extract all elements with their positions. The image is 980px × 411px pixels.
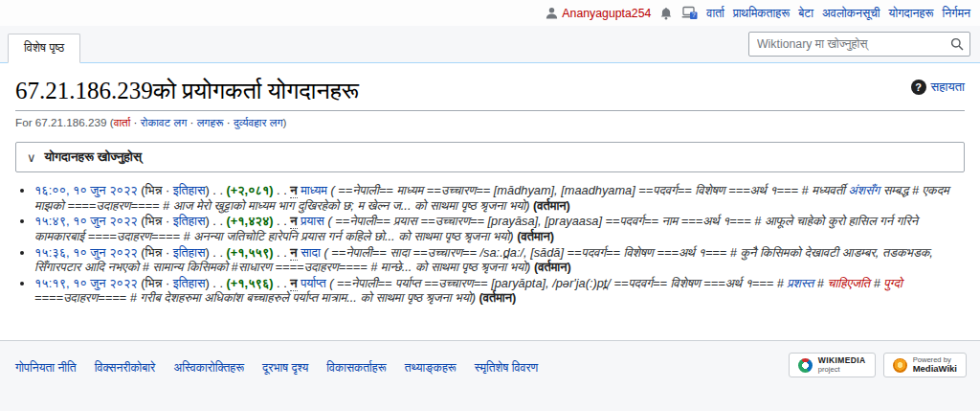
user-menu[interactable]: Ananyagupta254 (546, 7, 651, 20)
personal-link-preferences[interactable]: प्राथमिकताहरू (733, 7, 790, 20)
subtitle-links: (वार्ता · रोकावट लग · लगहरू · दुर्व्यवहा… (110, 116, 287, 128)
separator-dot: · (224, 116, 234, 128)
footer-link-item: स्मृतिशेष विवरण (475, 361, 538, 375)
edit-summary: ( ==नेपाली== प्रयास ==उच्चारण== [prayāsa… (34, 214, 918, 243)
chevron-down-icon: ∨ (27, 151, 36, 164)
username-link[interactable]: Ananyagupta254 (562, 7, 651, 20)
timestamp-link[interactable]: १५:३६, १० जुन २०२२ (34, 245, 138, 260)
summary-text: ====उदाहरण==== # गरीब देशहरुमा अधिकांश ब… (34, 290, 476, 305)
help-label[interactable]: सहायता (931, 80, 965, 95)
page-link[interactable]: माध्यम (301, 183, 327, 197)
tab-bar: विशेष पृष्ठ (0, 26, 980, 63)
footer-link-item: विक्सनरीकोबारे (95, 361, 156, 375)
footer-link[interactable]: तथ्याङ्कहरू (405, 361, 457, 375)
byte-change: (+१,५५९) (227, 245, 274, 260)
byte-change: (+२,०८१) (227, 183, 274, 197)
footer-link-item: दूरभाष दृश्य (262, 361, 308, 375)
subtitle-link[interactable]: रोकावट लग (141, 116, 188, 128)
footer-link-item: तथ्याङ्कहरू (405, 361, 457, 375)
subtitle-prefix: For 67.21.186.239 (15, 116, 107, 128)
bell-icon[interactable] (659, 7, 673, 20)
footer-link-item: विकासकर्ताहरू (326, 361, 386, 375)
page-link[interactable]: पर्याप्त (301, 276, 326, 290)
footer-link[interactable]: विक्सनरीकोबारे (95, 361, 156, 375)
footer-badges: WIKIMEDIA project Powered by MediaWiki (789, 353, 967, 377)
footer-link[interactable]: गोपनियता नीति (15, 361, 77, 375)
footer-links: गोपनियता नीतिविक्सनरीकोबारेअस्विकारोक्ति… (15, 361, 538, 375)
subtitle-link[interactable]: लगहरू (197, 116, 224, 128)
new-page-flag: न (290, 183, 297, 198)
summary-link-blue[interactable]: अंशसँग (849, 183, 880, 197)
contributions-list: १६:००, १० जुन २०२२ (भिन्न · इतिहास) . . … (21, 183, 965, 306)
current-label: (वर्तमान) (534, 260, 571, 274)
current-label: (वर्तमान) (533, 198, 570, 213)
summary-link-blue[interactable]: प्रशस्त (787, 276, 813, 290)
page-link[interactable]: प्रयास (301, 214, 324, 228)
history-link[interactable]: इतिहास (173, 183, 206, 197)
subtitle: For 67.21.186.239 (वार्ता · रोकावट लग · … (15, 116, 965, 129)
timestamp-link[interactable]: १५:१९, १० जुन २०२२ (34, 276, 138, 290)
summary-link-red[interactable]: चाहिएजति (828, 276, 871, 290)
subtitle-link[interactable]: दुर्व्यवहार लग (234, 116, 283, 128)
footer-link[interactable]: स्मृतिशेष विवरण (475, 361, 538, 375)
help-link[interactable]: ? सहायता (911, 80, 965, 95)
footer-link-item: गोपनियता नीति (15, 361, 77, 375)
personal-link-logout[interactable]: निर्गमन (942, 7, 970, 20)
question-mark-icon: ? (911, 80, 926, 95)
separator-dot: · (130, 116, 140, 128)
page-link[interactable]: सादा (301, 245, 321, 260)
footer-link[interactable]: अस्विकारोक्तिहरू (173, 361, 244, 375)
search-icon[interactable] (950, 37, 964, 51)
summary-link-red[interactable]: पुग्दो (883, 276, 902, 290)
new-page-flag: न (290, 245, 297, 261)
tab-label: विशेष पृष्ठ (24, 41, 64, 55)
diff-label: भिन्न (145, 245, 162, 260)
summary-text: # (870, 276, 883, 290)
history-link[interactable]: इतिहास (173, 214, 206, 228)
summary-text: ( ==नेपाली== प्रयास ==उच्चारण== [prayāsa… (34, 214, 918, 243)
filter-box-label: योगदानहरू खोज्नुहोस् (45, 149, 142, 165)
personal-link-watchlist[interactable]: अवलोकनसूची (822, 7, 880, 20)
diff-label: भिन्न (145, 214, 162, 228)
mediawiki-badge-line2: MediaWiki (913, 364, 957, 374)
tab-special-page[interactable]: विशेष पृष्ठ (8, 34, 80, 63)
diff-label: भिन्न (145, 276, 162, 290)
personal-link-contributions[interactable]: योगदानहरू (889, 7, 934, 20)
byte-change: (+१,५९६) (227, 276, 274, 290)
search-input[interactable] (755, 36, 950, 52)
page-title: 67.21.186.239को प्रयोगकर्ता योगदानहरू (15, 76, 965, 111)
footer: गोपनियता नीतिविक्सनरीकोबारेअस्विकारोक्ति… (0, 340, 980, 411)
mediawiki-badge[interactable]: Powered by MediaWiki (883, 353, 967, 377)
personal-link-beta[interactable]: बेटा (798, 7, 813, 20)
footer-link-item: अस्विकारोक्तिहरू (173, 361, 244, 375)
contribution-row: १६:००, १० जुन २०२२ (भिन्न · इतिहास) . . … (34, 183, 965, 213)
mediawiki-logo-icon (893, 358, 907, 373)
wikimedia-badge-line2: project (818, 366, 866, 374)
byte-change: (+१,४२४) (227, 214, 274, 228)
history-link[interactable]: इतिहास (173, 245, 206, 260)
notices-tray-icon[interactable]: ? (681, 6, 698, 20)
contribution-row: १५:१९, १० जुन २०२२ (भिन्न · इतिहास) . . … (34, 276, 965, 306)
personal-link-talk[interactable]: वार्ता (706, 7, 724, 20)
footer-link[interactable]: दूरभाष दृश्य (262, 361, 308, 375)
contribution-row: १५:४९, १० जुन २०२२ (भिन्न · इतिहास) . . … (34, 214, 965, 243)
separator-dot: · (187, 116, 196, 128)
summary-text: ( ==नेपाली== सादा ==उच्चारण== /sa:.d̪a:/… (34, 245, 933, 275)
history-link[interactable]: इतिहास (173, 276, 206, 290)
summary-text: # (813, 276, 827, 290)
wikimedia-badge[interactable]: WIKIMEDIA project (789, 353, 876, 377)
subtitle-link[interactable]: वार्ता (114, 116, 131, 128)
new-page-flag: न (290, 214, 297, 229)
footer-link[interactable]: विकासकर्ताहरू (326, 361, 386, 375)
current-label: (वर्तमान) (517, 229, 554, 243)
search-contributions-box[interactable]: ∨ योगदानहरू खोज्नुहोस् (15, 142, 965, 172)
timestamp-link[interactable]: १६:००, १० जुन २०२२ (34, 183, 138, 197)
diff-label: भिन्न (145, 183, 162, 197)
summary-text: ( ==नेपाली== माध्यम ==उच्चारण== [mādhyam… (331, 183, 849, 197)
current-label: (वर्तमान) (479, 290, 516, 305)
new-page-flag: न (290, 276, 297, 291)
contribution-row: १५:३६, १० जुन २०२२ (भिन्न · इतिहास) . . … (34, 245, 965, 275)
summary-text: ( ==नेपाली== पर्याप्त ==उच्चारण== [paryā… (329, 276, 787, 290)
edit-summary: ( ==नेपाली== सादा ==उच्चारण== /sa:.d̪a:/… (34, 245, 933, 275)
timestamp-link[interactable]: १५:४९, १० जुन २०२२ (34, 214, 138, 228)
